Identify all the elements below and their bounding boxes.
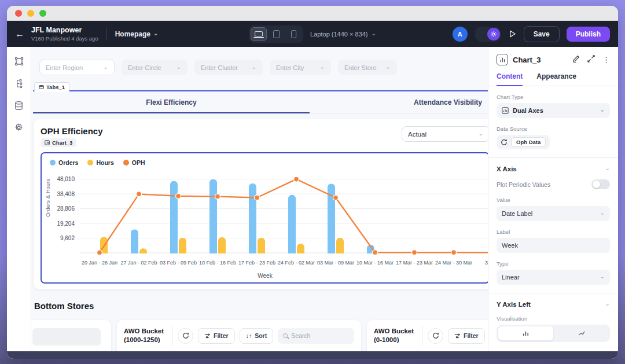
region-filter-select[interactable]: Enter Region⌄: [39, 60, 115, 75]
filter-button-label: Filter: [214, 332, 229, 339]
filter-button[interactable]: Filter: [448, 328, 485, 344]
device-tablet-button[interactable]: [268, 27, 284, 41]
filter-button-label: Filter: [464, 332, 479, 339]
divider: [422, 326, 423, 345]
svg-text:38,408: 38,408: [57, 191, 75, 197]
store-card-loading: [31, 320, 111, 351]
sort-button-label: Sort: [255, 332, 267, 339]
chevron-down-icon: ⌄: [386, 64, 391, 70]
city-filter-placeholder: Enter City: [276, 64, 304, 71]
bar-chart-icon: [522, 330, 530, 337]
tab-appearance[interactable]: Appearance: [536, 72, 576, 86]
store-card-title: AWO Bucket (0-1000): [374, 327, 418, 344]
refresh-icon: [501, 139, 508, 146]
filter-icon: [454, 333, 461, 339]
x-axis-section-title: X Axis: [497, 166, 517, 172]
preview-play-button[interactable]: [508, 30, 517, 38]
data-source-pill[interactable]: Oph Data: [497, 135, 550, 149]
bottom-stores-row: AWO Bucket (1000-1250) Filter ↓↑ Sort: [31, 320, 488, 351]
actual-mode-select[interactable]: Actual ⌄: [402, 126, 488, 142]
assistant-toggle[interactable]: [475, 27, 501, 42]
dual-axes-chart: 9,60219,20428,80638,40848,01020 Jan - 26…: [42, 167, 488, 270]
workspace: Enter Region⌄ Enter Circle⌄ Enter Cluste…: [7, 47, 618, 351]
chart-widget-icon: [497, 54, 508, 65]
more-options-icon[interactable]: ⋮: [602, 56, 610, 64]
x-label-input[interactable]: Week: [497, 238, 610, 253]
sort-icon: ↓↑: [246, 332, 252, 339]
collapse-panel-icon[interactable]: [587, 55, 595, 64]
viewport-size-selector[interactable]: Laptop (1440 × 834) ⌄: [310, 31, 376, 38]
awo-bucket-0-1000-card: AWO Bucket (0-1000) Filter ↓↑ Sort: [367, 320, 488, 351]
visualisation-label: Visualisation: [497, 315, 610, 322]
app-title-block: JFL Manpower V160 Published 4 days ago: [31, 26, 98, 42]
avatar[interactable]: A: [453, 27, 468, 42]
tabs-widget-badge[interactable]: Tabs_1: [34, 82, 69, 92]
layer-tree-icon[interactable]: [14, 78, 24, 89]
store-filter-placeholder: Enter Store: [344, 64, 377, 71]
inspector-title: Chart_3: [513, 56, 568, 64]
chevron-down-icon: ⌄: [320, 64, 325, 70]
chevron-down-icon: ⌄: [600, 210, 605, 216]
search-input[interactable]: Search: [278, 328, 354, 344]
chevron-down-icon: ⌄: [104, 64, 108, 70]
version-status: V160 Published 4 days ago: [31, 35, 98, 42]
skeleton-bar: [32, 328, 101, 345]
line-chart-icon: [578, 329, 586, 337]
svg-text:24 Feb - 02 Mar: 24 Feb - 02 Mar: [278, 260, 315, 266]
back-arrow-icon[interactable]: ←: [15, 29, 24, 39]
city-filter-select[interactable]: Enter City⌄: [270, 60, 331, 75]
publish-button[interactable]: Publish: [567, 27, 610, 42]
plot-periodic-toggle[interactable]: [591, 179, 610, 189]
circle-filter-select[interactable]: Enter Circle⌄: [122, 60, 188, 75]
filter-button[interactable]: Filter: [198, 328, 235, 344]
svg-text:03 Feb - 09 Feb: 03 Feb - 09 Feb: [160, 260, 197, 266]
chevron-down-icon: ⌄: [177, 64, 181, 70]
chart-card-title: OPH Efficiency: [41, 126, 103, 136]
device-phone-button[interactable]: [285, 27, 302, 41]
store-card-title: AWO Bucket (1000-1250): [124, 327, 168, 344]
chart-type-select[interactable]: Dual Axes ⌄: [497, 103, 610, 118]
chart-widget-selected[interactable]: OrdersHoursOPH Orders & Hours 9,60219,20…: [41, 152, 488, 284]
y-axis-left-section-title: Y Axis Left: [497, 301, 531, 308]
tab-content[interactable]: Content: [497, 72, 523, 86]
awo-bucket-1000-1250-card: AWO Bucket (1000-1250) Filter ↓↑ Sort: [117, 320, 361, 351]
x-axis-section-header[interactable]: X Axis ⌄: [497, 166, 610, 172]
sort-button[interactable]: ↓↑ Sort: [240, 328, 274, 344]
frame-select-icon[interactable]: [14, 56, 24, 67]
close-window-button[interactable]: [15, 10, 22, 17]
x-type-select[interactable]: Linear ⌄: [497, 270, 610, 285]
header-divider: [106, 28, 107, 41]
database-icon[interactable]: [14, 100, 24, 111]
search-placeholder: Search: [291, 332, 310, 339]
chart-widget-badge[interactable]: Chart_3: [41, 138, 76, 147]
save-button[interactable]: Save: [524, 26, 560, 42]
chevron-down-icon: ⌄: [600, 274, 605, 280]
x-label-label: Label: [497, 229, 610, 235]
page-selector[interactable]: Homepage ⌄: [115, 30, 159, 38]
refresh-button[interactable]: [178, 328, 193, 344]
legend-item-oph[interactable]: OPH: [123, 159, 145, 166]
tab-attendance-visibility[interactable]: Attendance Visibility: [310, 91, 488, 113]
legend-dot: [87, 160, 93, 166]
refresh-button[interactable]: [428, 328, 443, 344]
svg-text:17 Feb - 23 Feb: 17 Feb - 23 Feb: [238, 260, 275, 266]
store-filter-select[interactable]: Enter Store⌄: [338, 60, 397, 75]
tab-flexi-efficiency[interactable]: Flexi Efficiency: [33, 91, 310, 113]
legend-item-hours[interactable]: Hours: [87, 159, 113, 166]
tabs-badge-label: Tabs_1: [46, 84, 65, 90]
x-value-select[interactable]: Date Label ⌄: [497, 206, 610, 221]
zoom-window-button[interactable]: [39, 10, 46, 17]
minimize-window-button[interactable]: [27, 10, 34, 17]
visualisation-bar-option[interactable]: [498, 326, 554, 341]
svg-text:9,602: 9,602: [60, 235, 75, 241]
svg-text:24 Mar - 30 Mar: 24 Mar - 30 Mar: [435, 260, 472, 266]
settings-gear-icon[interactable]: [14, 122, 24, 133]
edit-pencil-icon[interactable]: [572, 55, 580, 64]
cluster-filter-select[interactable]: Enter Cluster⌄: [194, 60, 263, 75]
device-laptop-button[interactable]: [251, 27, 267, 41]
chevron-down-icon: ⌄: [605, 166, 610, 171]
y-axis-left-section-header[interactable]: Y Axis Left ⌄: [497, 301, 610, 308]
legend-item-orders[interactable]: Orders: [50, 159, 78, 166]
visualisation-line-option[interactable]: [554, 326, 609, 341]
chevron-down-icon: ⌄: [600, 107, 605, 113]
